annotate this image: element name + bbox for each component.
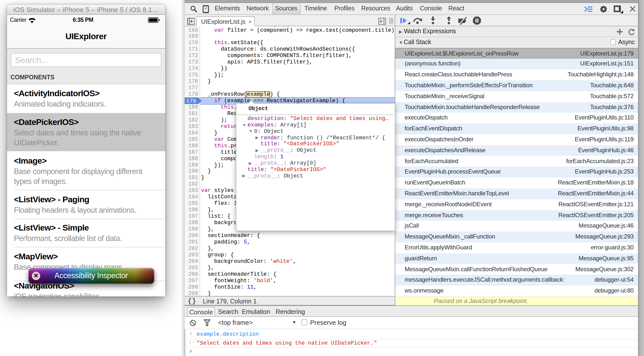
- svg-text:179: 179: [186, 98, 196, 104]
